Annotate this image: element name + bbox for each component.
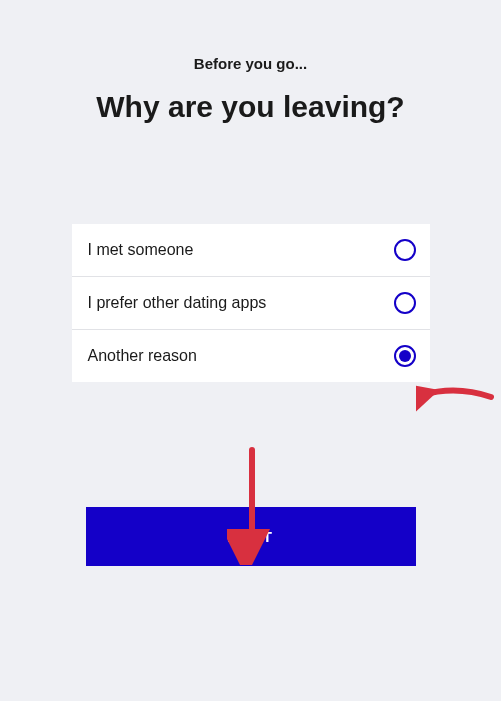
page-title: Why are you leaving?	[40, 90, 461, 124]
reason-options-list: I met someone I prefer other dating apps…	[72, 224, 430, 382]
radio-icon	[394, 292, 416, 314]
next-button[interactable]: NEXT	[86, 507, 416, 566]
eyebrow-text: Before you go...	[40, 55, 461, 72]
radio-icon	[394, 239, 416, 261]
option-prefer-other-apps[interactable]: I prefer other dating apps	[72, 277, 430, 330]
leave-survey-screen: Before you go... Why are you leaving? I …	[0, 0, 501, 566]
option-label: I met someone	[88, 241, 194, 259]
option-label: Another reason	[88, 347, 197, 365]
option-label: I prefer other dating apps	[88, 294, 267, 312]
option-met-someone[interactable]: I met someone	[72, 224, 430, 277]
option-another-reason[interactable]: Another reason	[72, 330, 430, 382]
radio-icon	[394, 345, 416, 367]
